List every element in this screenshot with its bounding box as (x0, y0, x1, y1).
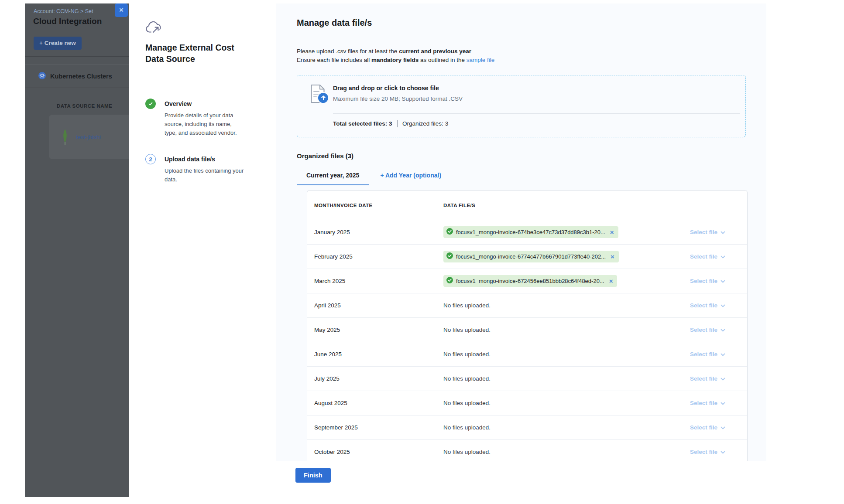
close-button[interactable]: × (115, 3, 128, 17)
step-upload-data-files[interactable]: 2 Upload data file/s Upload the files co… (145, 154, 252, 184)
background-page-overlay: Account: CCM-NG > Set Cloud Integration … (25, 3, 129, 497)
files-cell: focusv1_mongo-invoice-6774c477b667901d77… (443, 251, 669, 262)
chevron-down-icon (720, 229, 725, 235)
chevron-down-icon (720, 449, 725, 455)
finish-button[interactable]: Finish (295, 468, 331, 483)
drawer-footer: Finish (129, 461, 766, 497)
files-cell: No files uploaded. (443, 400, 669, 406)
files-cell: focusv1_mongo-invoice-674be3ce47c73d37dd… (443, 226, 669, 238)
step-overview-label: Overview (165, 99, 252, 107)
tab-current-year-2025[interactable]: Current year, 2025 (297, 172, 369, 185)
organized-files-count: Organized files: 3 (402, 120, 448, 127)
mongodb-leaf-icon (62, 129, 68, 147)
month-cell: April 2025 (307, 302, 443, 309)
organized-files-heading: Organized files (3) (297, 152, 353, 160)
select-file-dropdown[interactable]: Select file (669, 449, 747, 455)
file-chip: focusv1_mongo-invoice-674be3ce47c73d37dd… (443, 226, 618, 238)
dropzone-subtitle: Maximum file size 20 MB; Supported forma… (333, 95, 463, 102)
month-cell: May 2025 (307, 327, 443, 333)
chip-remove-icon[interactable]: × (611, 253, 614, 260)
file-uploaded-check-icon (446, 228, 453, 236)
chevron-down-icon (720, 351, 725, 358)
file-dropzone[interactable]: Drag and drop or click to choose file Ma… (297, 75, 746, 137)
step-number-badge: 2 (145, 154, 156, 164)
breadcrumb[interactable]: Account: CCM-NG > Set (34, 8, 93, 14)
upload-arrow-icon (317, 92, 329, 104)
select-file-dropdown[interactable]: Select file (669, 278, 747, 284)
select-file-label: Select file (690, 400, 717, 406)
chip-remove-icon[interactable]: × (609, 278, 613, 284)
select-file-dropdown[interactable]: Select file (669, 424, 747, 431)
month-cell: February 2025 (307, 253, 443, 260)
select-file-dropdown[interactable]: Select file (669, 351, 747, 358)
stepper: Overview Provide details of your data so… (145, 99, 252, 201)
select-file-dropdown[interactable]: Select file (669, 302, 747, 309)
select-file-label: Select file (690, 351, 717, 358)
file-chip: focusv1_mongo-invoice-6774c477b667901d77… (443, 251, 619, 262)
table-row: January 2025 focusv1_mongo-invoice-674be… (307, 220, 747, 245)
step-complete-check-icon (145, 99, 156, 109)
drawer-title: Manage External Cost Data Source (145, 42, 246, 65)
select-file-label: Select file (690, 302, 717, 309)
upload-instructions: Please upload .csv files for at least th… (297, 47, 494, 64)
files-cell: No files uploaded. (443, 424, 669, 431)
table-row: March 2025 focusv1_mongo-invoice-672456e… (307, 269, 747, 293)
month-cell: August 2025 (307, 400, 443, 406)
empty-files-text: No files uploaded. (443, 424, 491, 431)
total-selected-files-label: Total selected files: 3 (333, 120, 392, 127)
step-upload-label: Upload data file/s (165, 154, 252, 163)
month-cell: March 2025 (307, 278, 443, 284)
create-new-button[interactable]: + Create new (34, 37, 82, 50)
empty-files-text: No files uploaded. (443, 375, 491, 382)
chevron-down-icon (720, 253, 725, 260)
select-file-dropdown[interactable]: Select file (669, 253, 747, 260)
data-source-name-link[interactable]: test-jbisht (76, 134, 101, 140)
step-upload-description: Upload the files containing your data. (165, 167, 245, 184)
chevron-down-icon (720, 278, 725, 284)
select-file-dropdown[interactable]: Select file (669, 327, 747, 333)
drawer-main-panel: Manage data file/s Please upload .csv fi… (276, 3, 766, 461)
monthly-files-table: MONTH/INVOICE DATE DATA FILE/S January 2… (307, 190, 748, 461)
file-chip-name: focusv1_mongo-invoice-674be3ce47c73d37dd… (456, 229, 605, 235)
chevron-down-icon (720, 424, 725, 431)
select-file-label: Select file (690, 229, 717, 235)
table-row: April 2025 No files uploaded. Select fil… (307, 293, 747, 318)
table-row: February 2025 focusv1_mongo-invoice-6774… (307, 245, 747, 269)
select-file-label: Select file (690, 375, 717, 382)
chevron-down-icon (720, 375, 725, 382)
empty-files-text: No files uploaded. (443, 400, 491, 406)
month-cell: September 2025 (307, 424, 443, 431)
table-row: July 2025 No files uploaded. Select file (307, 367, 747, 391)
chevron-down-icon (720, 400, 725, 406)
file-rows: January 2025 focusv1_mongo-invoice-674be… (307, 220, 747, 461)
tab-kubernetes-clusters[interactable]: Kubernetes Clusters (25, 65, 129, 88)
files-cell: No files uploaded. (443, 375, 669, 382)
file-chip: focusv1_mongo-invoice-672456ee851bbb28c6… (443, 275, 617, 287)
add-year-button[interactable]: + Add Year (optional) (380, 172, 441, 184)
instruction-line-1: Please upload .csv files for at least th… (297, 47, 494, 56)
select-file-dropdown[interactable]: Select file (669, 400, 747, 406)
select-file-label: Select file (690, 278, 717, 284)
sample-file-link[interactable]: sample file (467, 57, 495, 63)
step-overview[interactable]: Overview Provide details of your data so… (145, 99, 252, 137)
kubernetes-icon (38, 72, 46, 81)
chip-remove-icon[interactable]: × (610, 229, 614, 235)
kubernetes-tab-label: Kubernetes Clusters (50, 73, 112, 80)
column-header-month: MONTH/INVOICE DATE (307, 203, 443, 208)
select-file-label: Select file (690, 449, 717, 455)
select-file-label: Select file (690, 424, 717, 431)
table-row: October 2025 No files uploaded. Select f… (307, 440, 747, 461)
step-overview-description: Provide details of your data source, inc… (165, 111, 245, 137)
data-source-row[interactable]: test-jbisht (49, 115, 129, 159)
chevron-down-icon (720, 327, 725, 333)
files-cell: No files uploaded. (443, 327, 669, 333)
close-icon: × (119, 6, 124, 14)
select-file-dropdown[interactable]: Select file (669, 375, 747, 382)
select-file-dropdown[interactable]: Select file (669, 229, 747, 235)
manage-data-files-title: Manage data file/s (297, 18, 372, 28)
files-cell: No files uploaded. (443, 351, 669, 358)
file-counts: Total selected files: 3 Organized files:… (333, 120, 448, 127)
empty-files-text: No files uploaded. (443, 302, 491, 309)
empty-files-text: No files uploaded. (443, 327, 491, 333)
counts-separator (397, 120, 398, 127)
